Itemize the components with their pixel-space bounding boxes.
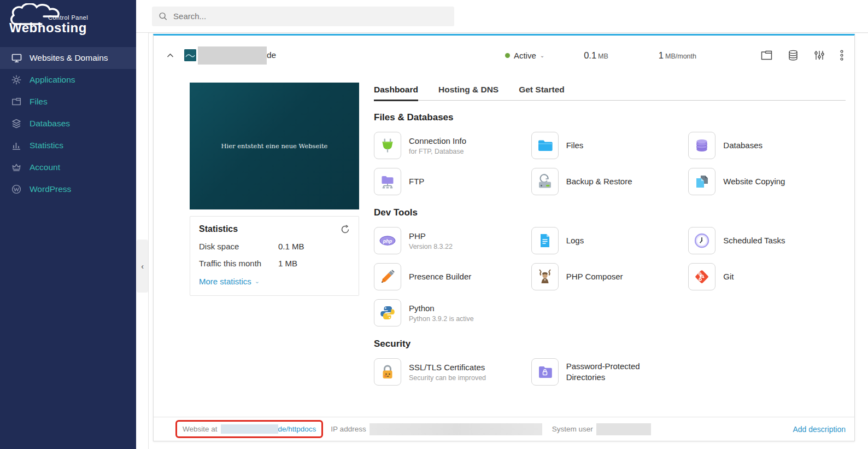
item-label: PHP [409, 231, 453, 242]
folder-icon [761, 50, 772, 60]
httpdocs-link[interactable]: de/httpdocs [278, 425, 316, 433]
scheduled-tasks-item[interactable]: Scheduled Tasks [688, 226, 846, 255]
presence-builder-item[interactable]: Presence Builder [374, 263, 531, 291]
sidebar-item-wordpress[interactable]: WordPress [0, 178, 136, 200]
composer-icon [531, 263, 559, 290]
ssl-certificates-item[interactable]: SSL/TLS Certificates Security can be imp… [374, 358, 531, 386]
git-icon [688, 263, 715, 290]
monitor-icon [11, 53, 22, 63]
site-preview-thumbnail[interactable]: Hier entsteht eine neue Webseite [190, 83, 359, 209]
item-subtitle: Version 8.3.22 [409, 243, 453, 250]
databases-item[interactable]: Databases [688, 131, 846, 160]
site-favicon [184, 49, 196, 61]
chevron-up-icon [167, 53, 174, 58]
system-user-label: System user [552, 425, 593, 433]
sliders-icon [814, 50, 825, 61]
python-icon [374, 299, 401, 326]
files-button[interactable] [761, 50, 772, 60]
gear-icon [11, 74, 22, 85]
logs-item[interactable]: Logs [531, 226, 689, 255]
databases-button[interactable] [788, 50, 799, 61]
item-label: Website Copying [723, 176, 785, 187]
sidebar-item-files[interactable]: Files [0, 91, 136, 113]
traffic-usage: 1MB/month [659, 50, 696, 61]
sidebar-item-label: Account [30, 162, 60, 172]
database-stack-icon [688, 132, 715, 159]
copy-pages-icon [688, 168, 715, 195]
item-label: PHP Composer [566, 271, 623, 282]
collapse-card-button[interactable] [167, 51, 178, 60]
chevron-left-icon: ‹ [141, 262, 144, 271]
git-item[interactable]: Git [688, 263, 846, 291]
more-actions-button[interactable] [840, 50, 843, 61]
status-dot-icon [505, 53, 510, 58]
backup-restore-item[interactable]: Backup & Restore [531, 167, 689, 196]
website-copying-item[interactable]: Website Copying [688, 167, 846, 196]
ip-address-redacted [370, 423, 542, 435]
tab-dashboard[interactable]: Dashboard [374, 83, 418, 101]
sidebar-item-statistics[interactable]: Statistics [0, 135, 136, 156]
section-title-security: Security [374, 339, 846, 349]
ftp-item[interactable]: FTP [374, 167, 531, 196]
tab-bar: Dashboard Hosting & DNS Get Started [374, 83, 846, 101]
item-label: Git [723, 271, 734, 282]
bar-chart-icon [11, 140, 22, 151]
chevron-down-icon: ⌄ [255, 278, 260, 285]
sidebar-item-label: Applications [30, 75, 75, 85]
tab-hosting-dns[interactable]: Hosting & DNS [438, 83, 498, 100]
ip-address-label: IP address [331, 425, 366, 433]
sidebar-item-account[interactable]: Account [0, 156, 136, 178]
sidebar-item-databases[interactable]: Databases [0, 113, 136, 135]
item-label: FTP [409, 176, 424, 187]
tab-get-started[interactable]: Get Started [519, 83, 565, 100]
kebab-menu-icon [840, 50, 843, 61]
stats-value: 1 MB [278, 259, 297, 268]
sidebar-item-applications[interactable]: Applications [0, 69, 136, 91]
section-title-files-databases: Files & Databases [374, 112, 846, 123]
chevron-down-icon: ⌄ [540, 53, 544, 59]
status-label: Active [514, 51, 536, 60]
disk-usage: 0.1MB [584, 50, 608, 61]
files-item[interactable]: Files [531, 131, 689, 160]
status-dropdown[interactable]: Active ⌄ [505, 51, 544, 60]
website-at-label: Website at [183, 425, 218, 433]
item-label: Python [409, 303, 474, 314]
ssl-lock-icon [374, 358, 401, 386]
sidebar-item-label: WordPress [30, 184, 71, 194]
hosting-settings-button[interactable] [814, 50, 825, 61]
add-description-link[interactable]: Add description [793, 425, 846, 434]
builder-tools-icon [374, 263, 401, 290]
stats-label: Traffic this month [199, 259, 278, 268]
more-statistics-link[interactable]: More statistics ⌄ [199, 277, 260, 286]
search-bar[interactable] [152, 7, 454, 26]
plug-icon [374, 132, 401, 159]
php-item[interactable]: php PHP Version 8.3.22 [374, 226, 531, 255]
php-composer-item[interactable]: PHP Composer [531, 263, 689, 291]
refresh-button[interactable] [341, 225, 350, 234]
website-domain-redacted [221, 424, 278, 434]
item-subtitle: Python 3.9.2 is active [409, 315, 474, 323]
refresh-icon [341, 225, 350, 234]
connection-info-item[interactable]: Connection Info for FTP, Database [374, 131, 531, 160]
domain-card-footer: Website at de/httpdocs IP address System… [154, 417, 854, 441]
php-icon: php [374, 227, 401, 254]
content-area: ‹ de Active ⌄ [136, 33, 868, 449]
item-label: Files [566, 140, 584, 151]
domain-suffix: de [267, 50, 276, 60]
python-item[interactable]: Python Python 3.9.2 is active [374, 299, 531, 327]
sidebar-item-label: Websites & Domains [30, 53, 108, 63]
sidebar-item-label: Databases [30, 119, 70, 129]
svg-text:php: php [383, 238, 392, 244]
item-label: Scheduled Tasks [723, 235, 785, 246]
password-protected-item[interactable]: Password-Protected Directories [531, 358, 689, 386]
search-input[interactable] [173, 11, 448, 21]
sidebar-item-label: Files [30, 97, 48, 107]
item-label: Connection Info [409, 136, 466, 147]
domain-name-redacted [198, 46, 267, 65]
collapse-handle[interactable]: ‹ [137, 240, 148, 293]
sidebar-collapse-strip: ‹ [136, 33, 149, 449]
folder-icon [11, 96, 22, 107]
sidebar-item-label: Statistics [30, 141, 63, 150]
sidebar-item-websites-domains[interactable]: Websites & Domains [0, 47, 136, 69]
domain-card: de Active ⌄ 0.1MB 1MB/month [153, 34, 855, 441]
